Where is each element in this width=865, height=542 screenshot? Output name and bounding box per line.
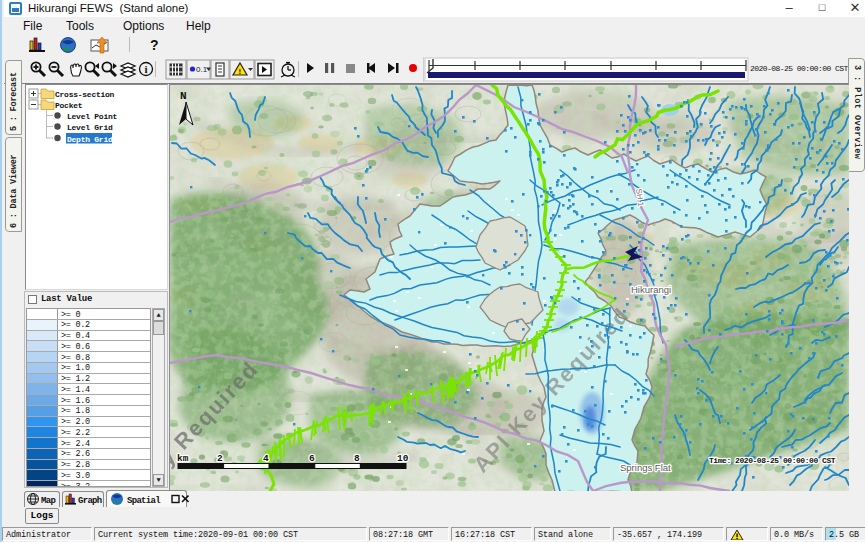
svg-text:i: i bbox=[145, 63, 148, 75]
svg-text:Pocket: Pocket bbox=[55, 101, 83, 110]
svg-text:Depth Grid: Depth Grid bbox=[67, 135, 113, 144]
svg-text:Cross-section: Cross-section bbox=[55, 90, 115, 99]
svg-text:Graph: Graph bbox=[78, 496, 102, 506]
svg-text:km: km bbox=[177, 453, 189, 464]
svg-text:4: 4 bbox=[263, 453, 269, 464]
svg-text:8: 8 bbox=[354, 453, 360, 464]
svg-text:Time: 2020-08-25 00:00:00 CST: Time: 2020-08-25 00:00:00 CST bbox=[709, 456, 836, 465]
svg-text:2: 2 bbox=[217, 453, 223, 464]
svg-text:2020-08-25 00:00:00 CST: 2020-08-25 00:00:00 CST bbox=[750, 64, 848, 73]
svg-text:N: N bbox=[180, 90, 187, 102]
svg-text:10: 10 bbox=[397, 453, 409, 464]
svg-text:Hikurangi: Hikurangi bbox=[631, 284, 671, 295]
svg-text:!: ! bbox=[239, 67, 242, 76]
svg-text:Spatial: Spatial bbox=[127, 496, 161, 506]
svg-text:0.1: 0.1 bbox=[196, 65, 208, 74]
svg-text:Map: Map bbox=[41, 496, 55, 506]
svg-text:?: ? bbox=[150, 37, 159, 53]
svg-text:Level Point: Level Point bbox=[67, 112, 118, 121]
svg-text:Springs Flat: Springs Flat bbox=[620, 462, 671, 473]
svg-text:6: 6 bbox=[309, 453, 315, 464]
svg-text:Level Grid: Level Grid bbox=[67, 123, 113, 132]
